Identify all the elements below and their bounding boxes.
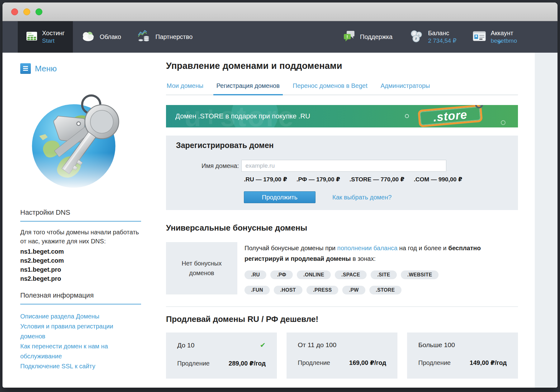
renewal-range: До 10	[177, 342, 194, 349]
nav-item-partnership[interactable]: Партнерство	[129, 21, 201, 53]
zone-pill: .SPACE	[335, 270, 367, 279]
titlebar	[2, 2, 558, 21]
tag-ring-icon	[475, 105, 483, 109]
menu-label: Меню	[35, 64, 57, 74]
hamburger-icon	[20, 63, 31, 74]
renewal-card-over-100: Больше 100 Продление 149,00 ₽/год	[407, 332, 518, 379]
dns-description: Для того чтобы домены начали работать от…	[20, 228, 144, 246]
continue-button[interactable]: Продолжить	[244, 191, 316, 203]
app-window: www Хостинг Start	[2, 2, 558, 388]
renewal-card-up-to-10: До 10 ✔ Продление 289,00 ₽/год	[166, 332, 277, 379]
bonus-text-part: на год и более и	[397, 245, 448, 251]
renewal-range: Больше 100	[418, 341, 455, 349]
navbar-left: www Хостинг Start	[18, 21, 201, 53]
register-domain-panel: Зарегистрировать домен Имя домена: .RU —…	[166, 136, 518, 210]
store-tag-label: .store	[433, 108, 468, 124]
renewal-range: От 11 до 100	[298, 341, 336, 349]
nav-item-hosting[interactable]: www Хостинг Start	[18, 21, 73, 53]
balance-icon: 1 ₽	[409, 29, 424, 45]
support-icon: !	[343, 30, 356, 44]
content-area: Меню	[2, 53, 558, 388]
price-store: .STORE — 770,00 ₽	[349, 176, 405, 183]
link-transfer-domain[interactable]: Как перенести домен к нам на обслуживани…	[20, 341, 123, 361]
nav-partnership-label: Партнерство	[155, 33, 192, 41]
globe-keys-illustration	[28, 80, 149, 190]
dns-server: ns1.beget.com	[20, 247, 149, 256]
tab-my-domains[interactable]: Мои домены	[166, 82, 204, 94]
bonus-zones-row-2: .FUN .HOST .PRESS .PW .STORE	[244, 286, 518, 294]
nav-hosting-plan: Start	[42, 37, 65, 45]
section-divider	[166, 306, 518, 307]
nav-account-label: Аккаунт	[491, 29, 517, 37]
nav-item-account[interactable]: Аккаунт begetbmo	[472, 29, 517, 45]
zone-pill: .FUN	[244, 286, 270, 294]
svg-text:1: 1	[418, 33, 420, 36]
how-to-choose-domain-link[interactable]: Как выбрать домен?	[332, 194, 392, 201]
balance-topup-link[interactable]: пополнении баланса	[337, 245, 397, 251]
tab-domain-transfer[interactable]: Перенос доменов в Beget	[292, 82, 368, 94]
bonus-text-part: в зонах:	[351, 255, 376, 262]
bonus-description: Получай бонусные домены при пополнении б…	[244, 243, 500, 264]
price-ru: .RU — 179,00 ₽	[244, 176, 287, 183]
zone-pill: .РФ	[270, 270, 292, 279]
svg-text:₽: ₽	[415, 37, 417, 41]
link-domains-overview[interactable]: Описание раздела Домены	[20, 311, 123, 321]
price-com: .COM — 990,00 ₽	[414, 176, 463, 183]
renewal-label: Продление	[298, 359, 330, 366]
zone-pill: .HOST	[274, 286, 302, 294]
tab-administrators[interactable]: Администраторы	[380, 82, 431, 94]
renewal-cards: До 10 ✔ Продление 289,00 ₽/год От 11 до …	[166, 332, 518, 379]
nav-support-label: Поддержка	[360, 33, 392, 41]
top-navbar: www Хостинг Start	[2, 21, 558, 53]
renewal-title: Продлевай домены RU / РФ дешевле!	[166, 314, 518, 324]
bonus-domains-title: Универсальные бонусные домены	[166, 223, 518, 233]
link-registration-rules[interactable]: Условия и правила регистрации доменов	[20, 321, 123, 341]
banner-circle-decor	[405, 114, 409, 118]
link-ssl-connection[interactable]: Подключение SSL к сайту	[20, 361, 123, 371]
account-username: begetbmo	[491, 37, 517, 45]
renewal-price: 149,00 ₽/год	[470, 359, 507, 366]
domain-price-list: .RU — 179,00 ₽ .РФ — 179,00 ₽ .STORE — 7…	[244, 176, 518, 183]
domain-name-input[interactable]	[241, 160, 446, 172]
nav-cloud-label: Облако	[100, 33, 121, 41]
dns-server-list: ns1.beget.com ns2.beget.com ns1.beget.pr…	[20, 247, 149, 283]
page-background-strip	[535, 53, 558, 388]
renewal-price: 289,00 ₽/год	[229, 360, 266, 367]
partnership-icon	[137, 30, 151, 44]
svg-text:www: www	[28, 34, 34, 36]
nav-item-balance[interactable]: 1 ₽ Баланс 2 734,54 ₽	[409, 29, 456, 45]
main-panel: Управление доменами и поддоменами Мои до…	[166, 53, 518, 388]
sidebar: Меню	[2, 53, 149, 388]
navbar-right: ! Поддержка 1	[343, 21, 517, 53]
page-title: Управление доменами и поддоменами	[166, 61, 518, 71]
price-rf: .РФ — 179,00 ₽	[297, 176, 340, 183]
screen: www Хостинг Start	[0, 0, 560, 392]
nav-item-cloud[interactable]: Облако	[73, 21, 129, 53]
zoom-window-button[interactable]	[36, 8, 42, 15]
menu-button[interactable]: Меню	[20, 63, 149, 74]
svg-text:!: !	[346, 34, 348, 39]
banner-text: Домен .STORE в подарок при покупке .RU	[175, 112, 310, 120]
nav-item-support[interactable]: ! Поддержка	[343, 30, 392, 44]
store-tag: .store	[418, 105, 483, 127]
useful-info-underline	[20, 304, 141, 304]
balance-amount: 2 734,54 ₽	[428, 37, 456, 45]
promo-banner[interactable]: u+store Домен .STORE в подарок при покуп…	[166, 105, 518, 127]
nav-hosting-label: Хостинг	[42, 29, 65, 37]
minimize-window-button[interactable]	[23, 8, 30, 15]
nav-balance-label: Баланс	[428, 29, 456, 37]
domain-name-label: Имя домена:	[176, 162, 241, 170]
cloud-icon	[81, 31, 95, 43]
zone-pill: .PW	[342, 286, 365, 294]
hosting-icon: www	[26, 30, 38, 44]
zone-pill: .WEBSITE	[401, 270, 439, 279]
dns-settings-title: Настройки DNS	[20, 208, 149, 217]
renewal-price: 169,00 ₽/год	[349, 359, 386, 366]
bonus-domains-section: Нет бонусных доменов Получай бонусные до…	[166, 242, 518, 294]
zone-pill: .STORE	[369, 286, 401, 294]
useful-info-title: Полезная информация	[20, 291, 149, 299]
bonus-zones-row-1: .RU .РФ .ONLINE .SPACE .SITE .WEBSITE	[244, 270, 518, 279]
tab-domain-registration[interactable]: Регистрация доменов	[216, 82, 280, 94]
dns-title-underline	[20, 221, 141, 222]
close-window-button[interactable]	[11, 8, 18, 15]
